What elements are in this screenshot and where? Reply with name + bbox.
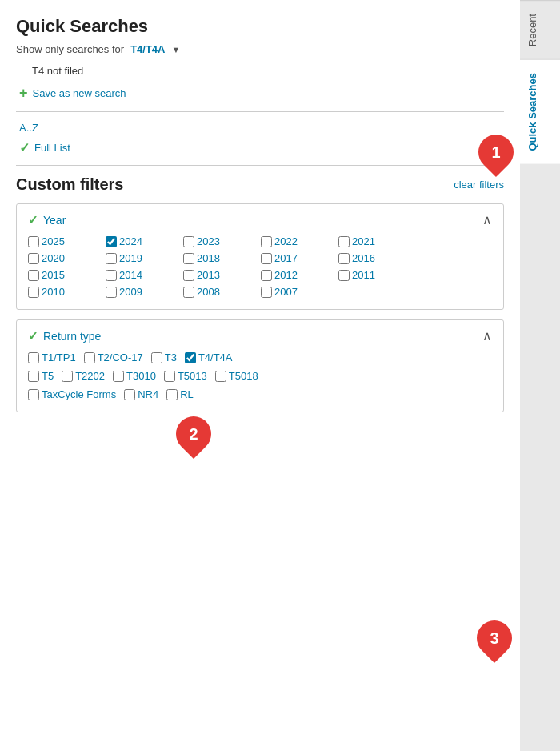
label-2016[interactable]: 2016 [352, 252, 375, 264]
checkbox-2011[interactable] [338, 270, 350, 281]
checkbox-2016[interactable] [338, 253, 350, 264]
checkbox-t3010[interactable] [113, 371, 124, 382]
label-2017[interactable]: 2017 [274, 252, 298, 264]
checkbox-taxcycleforms[interactable] [28, 389, 39, 400]
checkbox-2014[interactable] [106, 270, 117, 281]
cb-2023: 2023 [183, 235, 259, 247]
checkbox-t5[interactable] [28, 371, 39, 382]
label-taxcycleforms[interactable]: TaxCycle Forms [42, 388, 116, 400]
save-search-label: Save as new search [33, 87, 126, 99]
label-t4t4a[interactable]: T4/T4A [198, 351, 233, 363]
page-title: Quick Searches [16, 16, 504, 37]
filter-dropdown-value[interactable]: T4/T4A [130, 43, 165, 55]
return-type-collapse-icon[interactable]: ∧ [482, 328, 492, 343]
checkbox-2025[interactable] [28, 236, 39, 247]
return-type-label: Return type [43, 330, 101, 343]
cb-t2202: T2202 [62, 370, 105, 382]
label-2022[interactable]: 2022 [274, 235, 298, 247]
label-2015[interactable]: 2015 [42, 269, 65, 281]
label-2011[interactable]: 2011 [352, 269, 375, 281]
checkbox-2021[interactable] [338, 236, 350, 247]
cb-2015: 2015 [28, 269, 104, 281]
cb-rl: RL [166, 388, 194, 400]
checkbox-2015[interactable] [28, 270, 39, 281]
year-filter-title: ✓ Year [28, 213, 66, 227]
tab-quick-searches[interactable]: Quick Searches [520, 59, 560, 164]
label-t2co17[interactable]: T2/CO-17 [98, 351, 143, 363]
label-2007[interactable]: 2007 [274, 286, 298, 298]
cb-2016: 2016 [338, 252, 414, 264]
label-t5013[interactable]: T5013 [178, 370, 207, 382]
main-panel: Quick Searches Show only searches for T4… [0, 0, 520, 751]
label-2024[interactable]: 2024 [119, 235, 142, 247]
label-t3[interactable]: T3 [165, 351, 177, 363]
label-2025[interactable]: 2025 [42, 235, 65, 247]
checkbox-nr4[interactable] [124, 389, 135, 400]
label-t5018[interactable]: T5018 [229, 370, 258, 382]
checkbox-t3[interactable] [151, 352, 162, 363]
checkbox-2017[interactable] [261, 253, 272, 264]
checkbox-t2202[interactable] [62, 371, 73, 382]
label-2010[interactable]: 2010 [42, 286, 65, 298]
cb-2012: 2012 [261, 269, 337, 281]
checkbox-2019[interactable] [106, 253, 117, 264]
search-item: T4 not filed [32, 65, 504, 77]
year-collapse-icon[interactable]: ∧ [482, 212, 492, 227]
cb-t5018: T5018 [215, 370, 258, 382]
checkbox-2020[interactable] [28, 253, 39, 264]
save-new-search-link[interactable]: + Save as new search [19, 85, 504, 102]
label-2019[interactable]: 2019 [119, 252, 142, 264]
label-2018[interactable]: 2018 [197, 252, 220, 264]
label-2008[interactable]: 2008 [197, 286, 220, 298]
checkbox-rl[interactable] [166, 389, 178, 400]
cb-taxcycleforms: TaxCycle Forms [28, 388, 116, 400]
az-link[interactable]: A..Z [19, 122, 504, 134]
checkbox-2008[interactable] [183, 287, 194, 298]
cb-2011: 2011 [338, 269, 414, 281]
return-type-filter-title: ✓ Return type [28, 329, 101, 343]
cb-t5: T5 [28, 370, 54, 382]
label-2021[interactable]: 2021 [352, 235, 375, 247]
label-2023[interactable]: 2023 [197, 235, 220, 247]
label-2020[interactable]: 2020 [42, 252, 65, 264]
label-2009[interactable]: 2009 [119, 286, 142, 298]
checkbox-2010[interactable] [28, 287, 39, 298]
checkbox-2018[interactable] [183, 253, 194, 264]
checkbox-2013[interactable] [183, 270, 194, 281]
cb-nr4: NR4 [124, 388, 158, 400]
checkbox-2009[interactable] [106, 287, 117, 298]
cb-2022: 2022 [261, 235, 337, 247]
cb-2013: 2013 [183, 269, 259, 281]
cb-2025: 2025 [28, 235, 104, 247]
full-list-link[interactable]: ✓ Full List [19, 140, 504, 155]
label-t1tp1[interactable]: T1/TP1 [42, 351, 76, 363]
checkbox-t5018[interactable] [215, 371, 226, 382]
clear-filters-link[interactable]: clear filters [454, 179, 504, 191]
cb-2018: 2018 [183, 252, 259, 264]
label-t2202[interactable]: T2202 [75, 370, 105, 382]
cb-2009: 2009 [106, 286, 182, 298]
checkbox-t4t4a[interactable] [185, 352, 196, 363]
checkbox-t1tp1[interactable] [28, 352, 39, 363]
tab-recent-label: Recent [526, 14, 538, 46]
return-type-check-icon: ✓ [28, 329, 38, 343]
right-tabs: Recent Quick Searches [520, 0, 560, 751]
dropdown-arrow-icon[interactable]: ▼ [171, 45, 180, 54]
label-nr4[interactable]: NR4 [138, 388, 158, 400]
checkbox-2007[interactable] [261, 287, 272, 298]
cb-2021: 2021 [338, 235, 414, 247]
label-2014[interactable]: 2014 [119, 269, 142, 281]
checkbox-t2co17[interactable] [84, 352, 95, 363]
year-label: Year [43, 214, 66, 227]
checkbox-2012[interactable] [261, 270, 272, 281]
checkbox-t5013[interactable] [164, 371, 175, 382]
label-t3010[interactable]: T3010 [126, 370, 156, 382]
label-2012[interactable]: 2012 [274, 269, 298, 281]
checkbox-2023[interactable] [183, 236, 194, 247]
checkbox-2024[interactable] [106, 236, 117, 247]
label-2013[interactable]: 2013 [197, 269, 220, 281]
tab-recent[interactable]: Recent [520, 0, 560, 59]
label-rl[interactable]: RL [180, 388, 194, 400]
label-t5[interactable]: T5 [42, 370, 54, 382]
checkbox-2022[interactable] [261, 236, 272, 247]
